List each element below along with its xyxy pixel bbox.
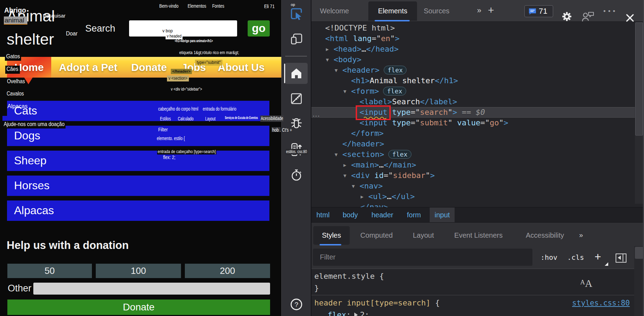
help-icon[interactable]: ? (290, 298, 303, 311)
css-property[interactable]: flex (328, 310, 346, 316)
breadcrumb-item[interactable]: html (316, 208, 330, 223)
dom-tree-row[interactable]: ▶<head>…</head> (311, 44, 635, 54)
toggle-hov-button[interactable]: :hov (541, 246, 557, 269)
translation-overlay: Estilos (160, 116, 171, 121)
go-button[interactable]: go (248, 20, 270, 37)
dom-tree-row[interactable]: ▼<form>flex (311, 86, 635, 97)
add-tab-icon[interactable]: + (488, 0, 494, 22)
translation-overlay: cabeçalho do corpo html (158, 106, 198, 112)
tree-disclosure-arrow-icon[interactable]: ▼ (343, 170, 346, 181)
dom-tree-row[interactable]: <html lang="en"> (311, 33, 635, 44)
breadcrumb: html body header form input (311, 207, 644, 222)
inspect-icon[interactable] (290, 7, 303, 20)
breadcrumb-item[interactable]: header (371, 208, 393, 223)
nav-item[interactable]: Adopt a Pet (59, 57, 118, 78)
tree-disclosure-arrow-icon[interactable]: ▼ (335, 149, 337, 160)
layout-ruler-icon[interactable] (290, 92, 303, 105)
selected-node-hint[interactable]: ... (313, 110, 327, 120)
styles-scrollbar-thumb[interactable] (635, 247, 643, 259)
nav-item[interactable]: Donate (131, 57, 167, 78)
tree-disclosure-arrow-icon[interactable]: ▶ (343, 160, 346, 170)
dom-tree-row[interactable]: ▼<nav> (311, 181, 635, 191)
home-icon[interactable] (290, 67, 302, 79)
list-item[interactable]: Sheep (7, 151, 269, 171)
list-item[interactable]: Alpacas (7, 200, 269, 221)
dom-tree-row[interactable]: ▶<main>…</main> (311, 160, 635, 170)
css-value[interactable]: 2; (360, 310, 369, 316)
dom-node-segment: " (448, 118, 452, 127)
css-declaration[interactable]: flex:2; (314, 309, 440, 316)
dom-tree-row[interactable]: </nav> (311, 202, 635, 207)
font-size-icon[interactable]: AA (580, 278, 592, 289)
nav-item[interactable]: About Us (218, 57, 264, 78)
dom-node-segment: <ul> (368, 192, 387, 201)
tree-disclosure-arrow-icon[interactable]: ▼ (343, 86, 346, 97)
tab-welcome[interactable]: Welcome (320, 0, 349, 22)
dom-node-segment: </nav> (360, 203, 388, 207)
translation-overlay: Ajude-nos com uma doação (3, 121, 66, 129)
tree-disclosure-arrow-icon[interactable]: ▶ (326, 44, 329, 54)
css-rule-selector[interactable]: header input[type=search] { (314, 297, 440, 309)
element-style-rule[interactable]: element.style { (314, 270, 384, 282)
panel-tab[interactable]: Layout (411, 226, 436, 245)
dom-node-segment: =" (411, 118, 420, 127)
search-input[interactable] (129, 20, 237, 37)
chat-badge[interactable]: 71 (524, 5, 553, 17)
tree-disclosure-arrow-icon[interactable]: ▼ (335, 65, 337, 75)
panel-tab[interactable]: Computed (356, 226, 397, 245)
list-item[interactable]: Dogs (7, 126, 269, 146)
dom-tree-row[interactable]: ▼<section>flex (311, 149, 635, 160)
amount-button[interactable]: 50 (7, 264, 92, 278)
dom-node-segment: <form> (351, 87, 379, 96)
element-style-close: } (314, 282, 384, 294)
device-emulation-icon[interactable] (290, 33, 303, 45)
translation-overlay: v <div id="sidebar"> (171, 87, 202, 92)
dom-tree-row[interactable]: ▼<header>flex (311, 65, 635, 75)
sidebar-icon-divider (623, 254, 624, 262)
translation-overlay: Fontes (212, 3, 224, 9)
expand-shorthand-icon[interactable] (354, 312, 358, 316)
donate-button[interactable]: Donate (7, 299, 270, 315)
tree-disclosure-arrow-icon[interactable]: ▶ (361, 191, 363, 202)
dom-tree-row[interactable]: </header> (311, 139, 635, 149)
more-tabs-icon[interactable]: » (477, 0, 481, 22)
dom-tree-row[interactable]: </form> (311, 128, 635, 139)
translation-overlay: Abrigo (4, 6, 26, 14)
new-style-rule-button[interactable]: + (595, 246, 601, 269)
list-item[interactable]: Horses (7, 176, 269, 196)
rule-selector: element.style (314, 272, 375, 281)
dom-tree-row[interactable]: ▼<body> (311, 54, 635, 65)
dom-node-segment: == (457, 108, 476, 117)
toggle-cls-button[interactable]: .cls (567, 246, 584, 269)
stylesheet-link[interactable]: styles.css:80 (572, 297, 630, 309)
toggle-sidebar-icon[interactable] (616, 254, 626, 263)
other-amount-input[interactable] (33, 283, 270, 295)
breadcrumb-item[interactable]: form (407, 208, 421, 223)
tree-disclosure-arrow-icon[interactable]: ▼ (326, 54, 329, 65)
dom-tree-row[interactable]: <!DOCTYPE html> (311, 23, 635, 33)
flex-badge[interactable]: flex (383, 87, 406, 96)
dom-tree-row[interactable]: <h1>Animal shelter</h1> (311, 75, 635, 86)
flex-badge[interactable]: flex (384, 66, 407, 74)
amount-button[interactable]: 200 (185, 264, 270, 278)
tab-sources[interactable]: Sources (424, 0, 449, 22)
donation-heading: Help us with a donation (7, 239, 129, 252)
dom-tree-row[interactable]: ▶<ul>…</ul> (311, 191, 635, 202)
styles-filter-input[interactable] (313, 249, 532, 266)
panel-tab[interactable]: Event Listeners (450, 226, 507, 245)
tab-elements[interactable]: Elements (368, 1, 417, 21)
panel-tab[interactable]: Accessibility (522, 226, 568, 245)
more-menu-icon[interactable]: ••• (603, 0, 618, 22)
dom-node-segment: =" (384, 171, 393, 180)
translation-overlay: etiqueta 1&gt;rótulo rico em mar&gt; (179, 50, 239, 55)
panel-tab[interactable]: Styles (313, 226, 350, 245)
breadcrumb-item[interactable]: body (343, 208, 358, 223)
flex-badge[interactable]: flex (388, 150, 411, 159)
breadcrumb-item[interactable]: input (430, 208, 455, 223)
dom-tree-row[interactable]: ▼<div id="sidebar"> (311, 170, 635, 181)
tree-scrollbar-thumb[interactable] (635, 22, 643, 136)
more-panel-tabs-icon[interactable]: » (579, 226, 583, 245)
tree-disclosure-arrow-icon[interactable]: ▼ (352, 181, 355, 191)
amount-button[interactable]: 100 (96, 264, 181, 278)
performance-clock-icon[interactable] (290, 169, 303, 181)
